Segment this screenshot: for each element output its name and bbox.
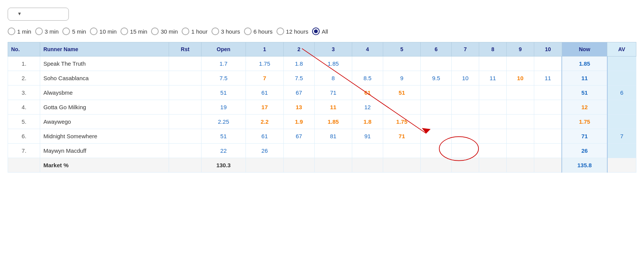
cell-col-5: 51 <box>383 86 421 100</box>
cell-col-2: 67 <box>283 86 314 100</box>
cell-col-8 <box>479 115 507 129</box>
cell-col-7 <box>452 57 479 71</box>
cell-col-8: 11 <box>479 71 507 86</box>
cell-col-1: 61 <box>246 129 284 144</box>
cell-col-7 <box>452 129 479 144</box>
time-filter-group: 1 min3 min5 min10 min15 min30 min1 hour3… <box>8 27 636 35</box>
cell-col-1: 2.2 <box>246 115 284 129</box>
table-row: 1.Speak The Truth1.71.751.81.851.85 <box>8 57 636 71</box>
radio-rAll[interactable]: All <box>312 27 328 35</box>
cell-no: 4. <box>8 100 40 115</box>
cell-av <box>607 57 636 71</box>
market-col-4 <box>352 158 383 173</box>
cell-name: Midnight Somewhere <box>40 129 169 144</box>
cell-col-3: 81 <box>314 129 352 144</box>
table-row: 6.Midnight Somewhere516167819171717 <box>8 129 636 144</box>
cell-col-7 <box>452 115 479 129</box>
col-header-no: No. <box>8 42 40 57</box>
cell-col-10 <box>534 86 562 100</box>
cell-col-2: 67 <box>283 129 314 144</box>
col-header-7: 7 <box>452 42 479 57</box>
cell-col-6: 9.5 <box>421 71 452 86</box>
radio-label-r1hour: 1 hour <box>191 28 208 35</box>
cell-col-6 <box>421 129 452 144</box>
radio-label-r10min: 10 min <box>99 28 117 35</box>
cell-open: 19 <box>201 100 246 115</box>
radio-r5min[interactable]: 5 min <box>62 27 86 35</box>
cell-col-9 <box>506 144 534 158</box>
table-row: 3.Alwaysbme516167716151516 <box>8 86 636 100</box>
market-col-1 <box>246 158 284 173</box>
dropdown-arrow-icon: ▼ <box>17 11 22 16</box>
radio-r3hours[interactable]: 3 hours <box>211 27 240 35</box>
radio-circle-r5min <box>62 27 70 35</box>
cell-col-5 <box>383 57 421 71</box>
cell-col-7 <box>452 86 479 100</box>
cell-rst <box>169 129 201 144</box>
cell-rst <box>169 144 201 158</box>
radio-circle-rAll <box>312 27 320 35</box>
col-header-6: 6 <box>421 42 452 57</box>
cell-rst <box>169 86 201 100</box>
cell-open: 2.25 <box>201 115 246 129</box>
cell-col-9 <box>506 86 534 100</box>
cell-no: 3. <box>8 86 40 100</box>
market-open: 130.3 <box>201 158 246 173</box>
col-header-open: Open <box>201 42 246 57</box>
cell-now: 12 <box>562 100 607 115</box>
radio-r12hours[interactable]: 12 hours <box>276 27 308 35</box>
radio-r3min[interactable]: 3 min <box>35 27 59 35</box>
cell-col-9: 10 <box>506 71 534 86</box>
radio-label-r1min: 1 min <box>17 28 31 35</box>
market-col-10 <box>534 158 562 173</box>
radio-r1min[interactable]: 1 min <box>8 27 31 35</box>
cell-col-3: 8 <box>314 71 352 86</box>
cell-col-6 <box>421 144 452 158</box>
market-av <box>607 158 636 173</box>
radio-r15min[interactable]: 15 min <box>120 27 147 35</box>
market-col-7 <box>452 158 479 173</box>
radio-label-r12hours: 12 hours <box>286 28 308 35</box>
cell-col-4: 91 <box>352 129 383 144</box>
cell-col-7 <box>452 144 479 158</box>
radio-circle-r1hour <box>182 27 189 35</box>
col-header-4: 4 <box>352 42 383 57</box>
cell-now: 1.75 <box>562 115 607 129</box>
radio-circle-r10min <box>90 27 98 35</box>
cell-col-9 <box>506 57 534 71</box>
cell-col-4: 61 <box>352 86 383 100</box>
col-header-5: 5 <box>383 42 421 57</box>
radio-circle-r3hours <box>211 27 219 35</box>
cell-now: 71 <box>562 129 607 144</box>
cell-no: 5. <box>8 115 40 129</box>
cell-av: 7 <box>607 129 636 144</box>
cell-col-2: 1.8 <box>283 57 314 71</box>
col-header-10: 10 <box>534 42 562 57</box>
market-col-8 <box>479 158 507 173</box>
market-row: Market %130.3135.8 <box>8 158 636 173</box>
cell-col-1: 17 <box>246 100 284 115</box>
radio-label-r3min: 3 min <box>45 28 59 35</box>
bookmaker-dropdown[interactable]: ▼ <box>8 8 69 21</box>
market-label: Market % <box>40 158 169 173</box>
cell-col-9 <box>506 115 534 129</box>
table-row: 4.Gotta Go Milking191713111212 <box>8 100 636 115</box>
radio-r6hours[interactable]: 6 hours <box>244 27 273 35</box>
cell-no: 1. <box>8 57 40 71</box>
cell-col-9 <box>506 129 534 144</box>
cell-open: 51 <box>201 129 246 144</box>
market-rst <box>169 158 201 173</box>
cell-col-5: 71 <box>383 129 421 144</box>
cell-open: 1.7 <box>201 57 246 71</box>
radio-r1hour[interactable]: 1 hour <box>182 27 208 35</box>
radio-r30min[interactable]: 30 min <box>151 27 178 35</box>
cell-col-5: 9 <box>383 71 421 86</box>
col-header-9: 9 <box>506 42 534 57</box>
radio-r10min[interactable]: 10 min <box>90 27 117 35</box>
market-now: 135.8 <box>562 158 607 173</box>
cell-col-4: 8.5 <box>352 71 383 86</box>
cell-name: Awaywego <box>40 115 169 129</box>
cell-rst <box>169 57 201 71</box>
cell-col-10 <box>534 57 562 71</box>
cell-now: 1.85 <box>562 57 607 71</box>
